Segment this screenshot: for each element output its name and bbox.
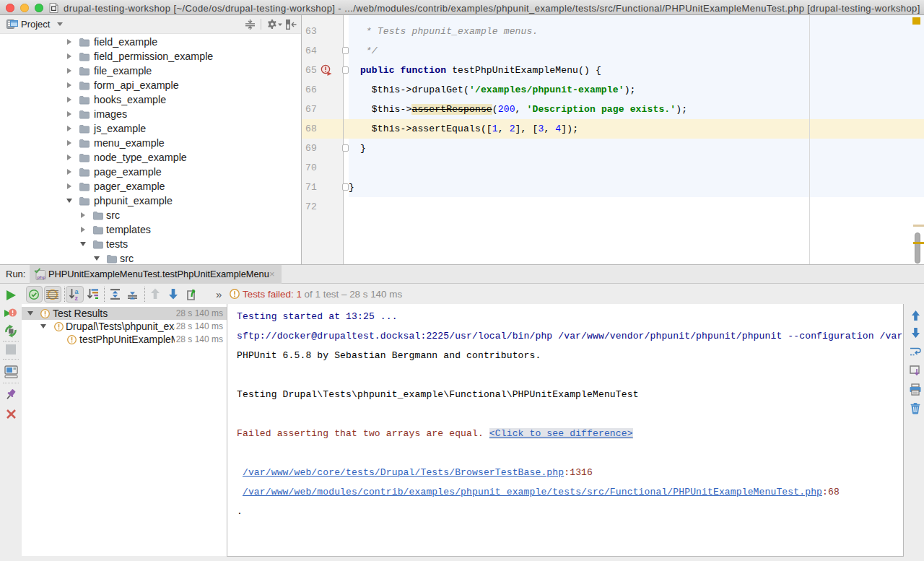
svg-text:php: php xyxy=(38,274,46,279)
svg-text:z: z xyxy=(75,295,79,301)
